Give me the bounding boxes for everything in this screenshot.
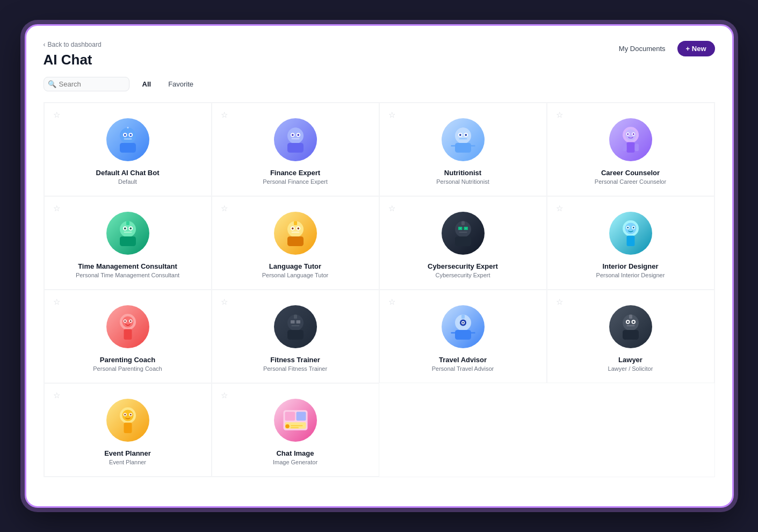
card-subtitle-time-mgmt: Personal Time Management Consultant [76,272,179,278]
svg-rect-45 [287,236,304,246]
svg-rect-37 [120,236,136,246]
avatar-interior-designer [609,212,652,255]
avatar-career-counselor [609,118,652,161]
avatar-default-ai [106,118,149,161]
favorite-star-cybersecurity[interactable]: ☆ [387,203,396,213]
favorite-star-chat-image[interactable]: ☆ [220,390,229,400]
card-title-time-mgmt: Time Management Consultant [78,262,177,270]
page-title: AI Chat [44,52,102,68]
card-career-counselor[interactable]: ☆ Career Counselor Personal Career Couns… [547,103,714,196]
filter-all-button[interactable]: All [138,78,156,90]
svg-rect-78 [291,325,299,326]
card-title-finance-expert: Finance Expert [270,169,320,177]
card-subtitle-career-counselor: Personal Career Counselor [595,178,666,185]
avatar-lawyer [609,305,652,348]
svg-point-58 [459,228,460,229]
card-title-nutritionist: Nutritionist [444,169,481,177]
svg-point-31 [627,133,629,135]
card-chat-image[interactable]: ☆ Chat Image Image Generator [212,383,379,477]
svg-rect-85 [461,315,465,319]
card-subtitle-travel-advisor: Personal Travel Advisor [432,365,494,372]
card-language-tutor[interactable]: ☆ Language Tutor Personal Language Tutor [212,196,379,290]
card-title-career-counselor: Career Counselor [601,169,660,177]
my-documents-button[interactable]: My Documents [613,41,671,56]
avatar-time-mgmt [106,212,149,255]
svg-rect-42 [124,232,132,233]
card-title-event-planner: Event Planner [104,449,151,457]
svg-rect-56 [459,232,467,233]
avatar-language-tutor [274,212,317,255]
favorite-star-parenting-coach[interactable]: ☆ [52,297,61,307]
card-time-mgmt[interactable]: ☆ Time Management Consultant Personal Ti… [44,196,212,290]
favorite-star-career-counselor[interactable]: ☆ [555,110,564,120]
favorite-star-fitness-trainer[interactable]: ☆ [220,297,229,307]
svg-rect-66 [626,236,634,247]
svg-rect-43 [126,221,129,226]
svg-rect-77 [296,320,300,323]
avatar-chat-image [274,399,317,442]
svg-rect-89 [623,330,639,340]
svg-rect-75 [287,330,304,340]
search-wrapper: 🔍 [44,77,129,91]
back-link[interactable]: ‹ Back to dashboard [44,41,102,48]
card-subtitle-nutritionist: Personal Nutritionist [436,178,489,185]
favorite-star-travel-advisor[interactable]: ☆ [387,297,396,307]
card-travel-advisor[interactable]: ☆ Travel Advisor Personal Travel Advisor [379,290,547,383]
card-subtitle-default-ai: Default [118,178,137,185]
card-fitness-trainer[interactable]: ☆ Fitness Trainer Personal Fitness Train… [212,290,379,383]
svg-rect-104 [285,412,295,421]
svg-point-71 [124,320,126,322]
svg-point-59 [465,228,466,229]
svg-rect-51 [294,221,297,226]
new-button[interactable]: + New [677,41,715,56]
svg-rect-16 [294,128,297,132]
card-lawyer[interactable]: ☆ Lawyer Lawyer / Solicitor [547,290,714,383]
favorite-star-nutritionist[interactable]: ☆ [387,110,396,120]
header-right: My Documents + New [613,41,715,56]
card-title-default-ai: Default AI Chat Bot [96,169,160,177]
card-title-chat-image: Chat Image [276,449,314,457]
cards-grid: ☆ Default AI Chat Bot Default ☆ Finance … [44,102,715,477]
svg-rect-50 [291,232,299,233]
card-subtitle-lawyer: Lawyer / Solicitor [608,365,653,372]
card-subtitle-chat-image: Image Generator [273,459,317,465]
card-title-language-tutor: Language Tutor [269,262,321,270]
card-finance-expert[interactable]: ☆ Finance Expert Personal Finance Expert [212,103,379,196]
svg-point-101 [129,414,131,415]
favorite-star-default-ai[interactable]: ☆ [52,110,61,120]
svg-point-100 [124,414,126,415]
svg-rect-18 [455,143,471,153]
svg-point-32 [632,133,634,135]
card-cybersecurity[interactable]: ☆ Cybersecurity Expert Cybersecurity Exp… [379,196,547,290]
favorite-star-event-planner[interactable]: ☆ [52,390,61,400]
card-title-lawyer: Lawyer [618,356,643,364]
avatar-finance-expert [274,118,317,161]
avatar-travel-advisor [442,305,485,348]
card-nutritionist[interactable]: ☆ Nutritionist Personal Nutritionist [379,103,547,196]
svg-rect-102 [124,423,132,434]
svg-rect-23 [459,138,467,139]
svg-rect-109 [291,427,299,428]
svg-rect-76 [291,320,295,323]
header: ‹ Back to dashboard AI Chat My Documents… [44,41,715,77]
svg-rect-108 [291,425,303,426]
favorite-star-finance-expert[interactable]: ☆ [220,110,229,120]
avatar-cybersecurity [442,212,485,255]
svg-rect-79 [294,315,297,319]
filter-favorite-button[interactable]: Favorite [164,78,198,90]
svg-point-13 [291,134,293,136]
favorite-star-language-tutor[interactable]: ☆ [220,203,229,213]
card-default-ai[interactable]: ☆ Default AI Chat Bot Default [44,103,212,196]
card-parenting-coach[interactable]: ☆ Parenting Coach Personal Parenting Coa… [44,290,212,383]
card-event-planner[interactable]: ☆ Event Planner Event Planner [44,383,212,477]
favorite-star-time-mgmt[interactable]: ☆ [52,203,61,213]
svg-rect-95 [629,315,632,319]
favorite-star-lawyer[interactable]: ☆ [555,297,564,307]
card-subtitle-language-tutor: Personal Language Tutor [262,272,329,278]
avatar-fitness-trainer [274,305,317,348]
card-title-travel-advisor: Travel Advisor [439,356,487,364]
search-icon: 🔍 [48,80,56,88]
card-interior-designer[interactable]: ☆ Interior Designer Personal Interior De… [547,196,714,290]
svg-point-22 [465,134,467,136]
favorite-star-interior-designer[interactable]: ☆ [555,203,564,213]
